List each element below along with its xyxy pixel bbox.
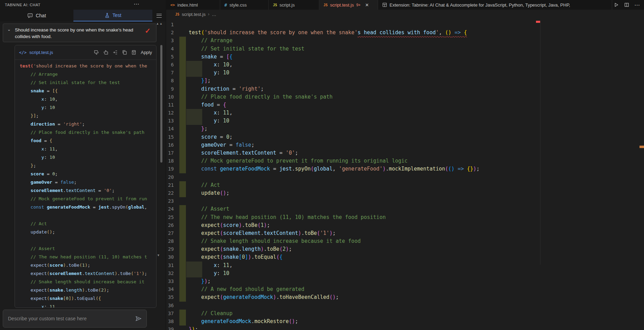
code-block-file: </> script.test.js [19, 50, 53, 55]
scroll-down-icon[interactable]: ▼ [157, 254, 160, 257]
tabnine-chat-panel: TABNINE AI: CHAT ⋯ Chat Test [0, 0, 166, 330]
editor-code-line[interactable]: 1 [166, 21, 644, 29]
editor-code-line[interactable]: 31 x: 11, [166, 262, 644, 269]
line-number: 33 [166, 277, 174, 285]
editor-code-line[interactable]: 3 // Arrange [166, 37, 644, 45]
tab-script-test-js[interactable]: JS script.test.js 9+ ✕ [319, 0, 378, 10]
new-file-icon[interactable] [131, 50, 136, 55]
panel-menu-button[interactable] [152, 10, 166, 21]
editor-code-line[interactable]: 37 // Cleanup [166, 310, 644, 318]
editor-code-line[interactable]: 36 [166, 302, 644, 310]
editor-code-line[interactable]: 13 y: 10 [166, 117, 644, 125]
editor-code-line[interactable]: 23 [166, 197, 644, 205]
extension-icon [382, 2, 387, 7]
editor-code-line[interactable]: 12 x: 11, [166, 109, 644, 117]
code-editor-content[interactable]: 12test('should increase the score by one… [166, 19, 644, 330]
line-number: 19 [166, 165, 174, 173]
editor-code-line[interactable]: 10 // Place food directly in the snake's… [166, 93, 644, 101]
editor-code-line[interactable]: 6 x: 10, [166, 61, 644, 69]
editor-code-line[interactable]: 39}); [166, 326, 644, 330]
thumbs-down-icon[interactable] [94, 50, 99, 55]
tab-style-css[interactable]: # style.css [220, 0, 269, 10]
chevron-down-icon[interactable]: ⌄ [7, 27, 11, 32]
scroll-up-icon-2[interactable]: ▲ [160, 22, 162, 25]
test-message-card[interactable]: ⌄ Should increase the score by one when … [3, 24, 156, 42]
editor-code-line[interactable]: 29 expect(snake.length).toBe(2); [166, 245, 644, 253]
breadcrumb-more[interactable]: … [212, 12, 216, 17]
tab-label: style.css [230, 2, 247, 8]
custom-test-input[interactable]: Describe your custom test case here [3, 310, 147, 328]
line-number: 7 [166, 69, 174, 77]
tab-chat[interactable]: Chat [0, 10, 73, 21]
chat-code-line: snake = [{ [20, 87, 156, 95]
breadcrumb[interactable]: JS script.test.js › … [166, 10, 644, 19]
editor-scrollbar[interactable] [540, 21, 540, 265]
tab-extension-tabnine[interactable]: Extension: Tabnine: AI Chat & Autocomple… [378, 0, 612, 10]
insert-code-icon[interactable] [113, 50, 118, 55]
tab-test[interactable]: Test [73, 10, 152, 21]
editor-code-line[interactable]: 4 // Set initial state for the test [166, 45, 644, 53]
chat-code-line: // Act [20, 220, 156, 228]
split-editor-button[interactable] [623, 1, 631, 9]
chat-code-line: y: 10 [20, 103, 156, 112]
line-number: 4 [166, 45, 174, 53]
editor-code-line[interactable]: 25 // The new head position (11, 10) mat… [166, 213, 644, 221]
tab-script-js[interactable]: JS script.js [269, 0, 319, 10]
editor-code-line[interactable]: 22 update(); [166, 189, 644, 197]
close-icon[interactable]: ✕ [365, 2, 369, 8]
chat-code-line: }; [20, 162, 156, 170]
gutter-diff-added [179, 157, 186, 165]
editor-code-line[interactable]: 33 }); [166, 277, 644, 285]
editor-code-line[interactable]: 11 food = { [166, 101, 644, 109]
editor-code-line[interactable]: 14 }; [166, 125, 644, 133]
editor-code-line[interactable]: 19 const generateFoodMock = jest.spyOn(g… [166, 165, 644, 173]
gutter [179, 197, 186, 205]
editor-code-line[interactable]: 18 // Mock generateFood to prevent it fr… [166, 157, 644, 165]
editor-code-line[interactable]: 26 expect(score).toBe(1); [166, 221, 644, 229]
editor-code-line[interactable]: 38 generateFoodMock.mockRestore(); [166, 318, 644, 326]
chat-scrollbar-thumb[interactable] [160, 45, 162, 163]
apply-button[interactable]: Apply [141, 50, 152, 55]
editor-code-line[interactable]: 34 // A new food should be generated [166, 285, 644, 293]
run-button[interactable] [612, 1, 620, 9]
editor-code-line[interactable]: 2test('should increase the score by one … [166, 29, 644, 37]
thumbs-up-icon[interactable] [103, 50, 108, 55]
chat-code-line: const generateFoodMock = jest.spyOn(glob… [20, 203, 156, 211]
html-file-icon: <> [170, 3, 175, 7]
gutter-diff-added [179, 69, 186, 77]
gutter-diff-added [179, 237, 186, 245]
editor-code-line[interactable]: 9 direction = 'right'; [166, 85, 644, 93]
line-number: 9 [166, 85, 174, 93]
editor-code-line[interactable]: 20 [166, 173, 644, 181]
line-number: 27 [166, 229, 174, 237]
gutter-diff-added [179, 53, 186, 61]
more-actions-button[interactable]: ⋯ [633, 1, 641, 9]
gutter-diff-added [179, 117, 186, 125]
editor-code-line[interactable]: 27 expect(scoreElement.textContent).toBe… [166, 229, 644, 237]
scroll-up-icon[interactable]: ▲ [156, 22, 159, 25]
editor-code-line[interactable]: 16 gameOver = false; [166, 141, 644, 149]
editor-code-line[interactable]: 30 expect(snake[0]).toEqual({ [166, 253, 644, 261]
send-button[interactable] [135, 316, 142, 321]
editor-code-line[interactable]: 35 expect(generateFoodMock).toHaveBeenCa… [166, 293, 644, 301]
code-block-filename: script.test.js [29, 50, 53, 55]
editor-code-line[interactable]: 28 // Snake length should increase becau… [166, 237, 644, 245]
gutter-diff-added [179, 93, 186, 101]
breadcrumb-file[interactable]: script.test.js [182, 12, 206, 17]
editor-code-line[interactable]: 15 score = 0; [166, 133, 644, 141]
panel-more-icon[interactable]: ⋯ [132, 0, 141, 9]
copy-icon[interactable] [122, 50, 127, 55]
gutter [179, 173, 186, 181]
css-file-icon: # [224, 2, 227, 8]
editor-code-line[interactable]: 32 y: 10 [166, 269, 644, 277]
editor-group: <> index.html # style.css JS script.js J… [166, 0, 644, 330]
line-number: 1 [166, 21, 174, 29]
tab-index-html[interactable]: <> index.html [166, 0, 220, 10]
editor-code-line[interactable]: 21 // Act [166, 181, 644, 189]
editor-code-line[interactable]: 8 }]; [166, 77, 644, 85]
editor-code-line[interactable]: 7 y: 10 [166, 69, 644, 77]
editor-code-line[interactable]: 17 scoreElement.textContent = '0'; [166, 149, 644, 157]
editor-code-line[interactable]: 24 // Assert [166, 205, 644, 213]
tab-chat-label: Chat [36, 13, 46, 18]
editor-code-line[interactable]: 5 snake = [{ [166, 53, 644, 61]
